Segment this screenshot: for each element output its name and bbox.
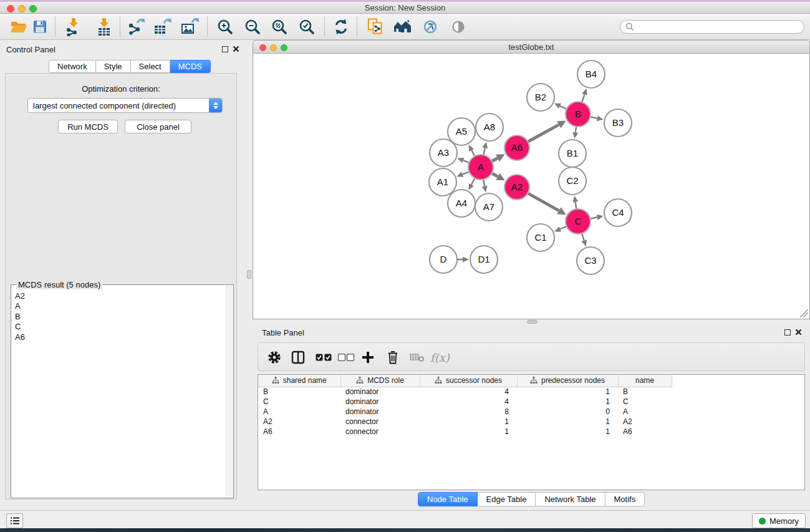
tab-node-table[interactable]: Node Table xyxy=(418,492,478,506)
table-cell-filler xyxy=(672,417,804,427)
table-cell: dominator xyxy=(340,397,420,407)
column-header-name[interactable]: name xyxy=(618,375,672,387)
zoom-fit-icon[interactable] xyxy=(269,17,289,37)
table-cell: 4 xyxy=(420,397,517,407)
result-item-a6[interactable]: A6 xyxy=(11,332,225,342)
optimization-criterion-label: Optimization criterion: xyxy=(6,84,236,94)
graph-node-label: C4 xyxy=(612,207,624,218)
mcds-result-box: MCDS result (5 nodes) A2ABCA6 xyxy=(11,284,234,498)
select-stepper-icon xyxy=(209,99,222,112)
control-panel-window-buttons xyxy=(222,46,239,52)
window-title: Session: New Session xyxy=(0,3,810,12)
table-cell-filler xyxy=(672,427,804,437)
graph-node-label: B3 xyxy=(612,117,624,128)
table-row[interactable]: Adominator80A xyxy=(258,407,804,417)
table-row[interactable]: A6connector11A6 xyxy=(258,427,804,437)
save-session-icon[interactable] xyxy=(30,17,50,37)
task-history-button[interactable] xyxy=(6,513,23,528)
control-panel-tabs: NetworkStyleSelectMCDS xyxy=(49,60,211,73)
show-details-eye-icon[interactable] xyxy=(448,17,468,37)
delete-table-icon[interactable] xyxy=(410,348,425,367)
table-cell: dominator xyxy=(340,407,420,417)
float-panel-icon[interactable] xyxy=(222,46,228,52)
create-column-plus-icon[interactable] xyxy=(362,348,374,367)
result-item-c[interactable]: C xyxy=(11,322,225,332)
graph-node-label: D xyxy=(440,254,447,264)
close-panel-button[interactable]: Close panel xyxy=(125,120,191,133)
result-item-a[interactable]: A xyxy=(11,301,225,311)
import-table-icon[interactable] xyxy=(94,17,114,37)
column-header-predecessor-nodes[interactable]: predecessor nodes xyxy=(517,375,618,387)
table-cell-filler xyxy=(672,397,804,407)
zoom-out-icon[interactable] xyxy=(243,17,263,37)
select-all-rows-icon[interactable] xyxy=(316,348,332,367)
graph-node-label: B1 xyxy=(567,148,578,158)
home-layout-icon[interactable] xyxy=(393,17,413,37)
table-cell: 8 xyxy=(420,407,517,417)
control-tab-style[interactable]: Style xyxy=(96,60,131,73)
table-cell: 1 xyxy=(420,427,517,437)
graph-node-label: B xyxy=(575,109,581,119)
duplicate-network-icon[interactable] xyxy=(365,17,385,37)
refresh-icon[interactable] xyxy=(331,17,351,37)
delete-column-trash-icon[interactable] xyxy=(387,348,399,367)
deselect-all-rows-icon[interactable] xyxy=(338,348,354,367)
close-table-panel-icon[interactable] xyxy=(795,329,802,336)
table-cell: 1 xyxy=(420,417,517,427)
result-item-a2[interactable]: A2 xyxy=(11,291,225,301)
control-tab-select[interactable]: Select xyxy=(131,60,170,73)
toolbar-separator xyxy=(324,17,325,36)
table-cell: C xyxy=(618,397,672,407)
toolbar-separator xyxy=(55,17,55,36)
table-settings-gear-icon[interactable] xyxy=(268,348,281,367)
column-header-shared-name[interactable]: shared name xyxy=(258,375,340,387)
table-cell: 1 xyxy=(517,417,618,427)
column-header-mcds-role[interactable]: MCDS role xyxy=(340,375,420,387)
result-item-b[interactable]: B xyxy=(11,312,225,322)
split-divider-handle[interactable] xyxy=(247,270,251,279)
column-header-successor-nodes[interactable]: successor nodes xyxy=(420,375,517,387)
column-header-filler xyxy=(672,375,804,387)
import-network-icon[interactable] xyxy=(64,17,84,37)
table-type-tabs: Node TableEdge TableNetwork TableMotifs xyxy=(418,492,645,506)
graph-node-label: A5 xyxy=(456,126,467,137)
run-mcds-button[interactable]: Run MCDS xyxy=(58,120,118,133)
tab-motifs[interactable]: Motifs xyxy=(605,492,645,506)
table-panel-title: Table Panel xyxy=(262,328,304,337)
show-columns-icon[interactable] xyxy=(291,348,305,367)
node-table-wrap: shared nameMCDS rolesuccessor nodesprede… xyxy=(258,374,805,490)
function-builder-icon[interactable]: f(x) xyxy=(430,348,450,367)
export-image-icon[interactable] xyxy=(180,17,200,37)
table-row[interactable]: Cdominator41C xyxy=(258,397,804,407)
toolbar-separator xyxy=(357,17,357,36)
tab-network-table[interactable]: Network Table xyxy=(536,492,605,506)
desktop-background-strip xyxy=(0,528,810,532)
table-cell: 1 xyxy=(517,397,618,407)
float-table-panel-icon[interactable] xyxy=(784,329,791,336)
network-window-title: testGlobe.txt xyxy=(253,42,809,52)
export-network-icon[interactable] xyxy=(126,17,146,37)
memory-button[interactable]: Memory xyxy=(752,513,806,528)
table-row[interactable]: A2connector11A2 xyxy=(258,417,804,427)
table-panel: Table Panel xyxy=(253,324,810,510)
table-row[interactable]: Bdominator41B xyxy=(258,387,804,397)
graph-node-label: A xyxy=(478,162,484,172)
titlebar: Session: New Session xyxy=(0,2,810,14)
table-cell: 4 xyxy=(420,387,517,397)
close-panel-icon[interactable] xyxy=(233,46,239,52)
control-tab-mcds[interactable]: MCDS xyxy=(170,60,211,73)
export-table-icon[interactable] xyxy=(152,17,172,37)
result-scrollbar[interactable] xyxy=(226,286,233,497)
criterion-select[interactable]: largest connected component (directed) xyxy=(27,98,223,113)
network-canvas[interactable]: B4B2BB3A5A8A6A3AB1A1A2C2A4A7C4CC1DD1C3 xyxy=(253,54,810,319)
search-input[interactable] xyxy=(637,22,799,32)
graph-node-label: A4 xyxy=(456,198,467,208)
zoom-selected-icon[interactable] xyxy=(297,17,317,37)
hide-graphics-icon[interactable] xyxy=(420,17,440,37)
open-session-icon[interactable] xyxy=(9,17,29,37)
tab-edge-table[interactable]: Edge Table xyxy=(478,492,536,506)
network-hscroll-thumb[interactable] xyxy=(527,320,538,324)
network-window-titlebar: testGlobe.txt xyxy=(253,40,810,54)
zoom-in-icon[interactable] xyxy=(215,17,235,37)
control-tab-network[interactable]: Network xyxy=(49,60,96,73)
